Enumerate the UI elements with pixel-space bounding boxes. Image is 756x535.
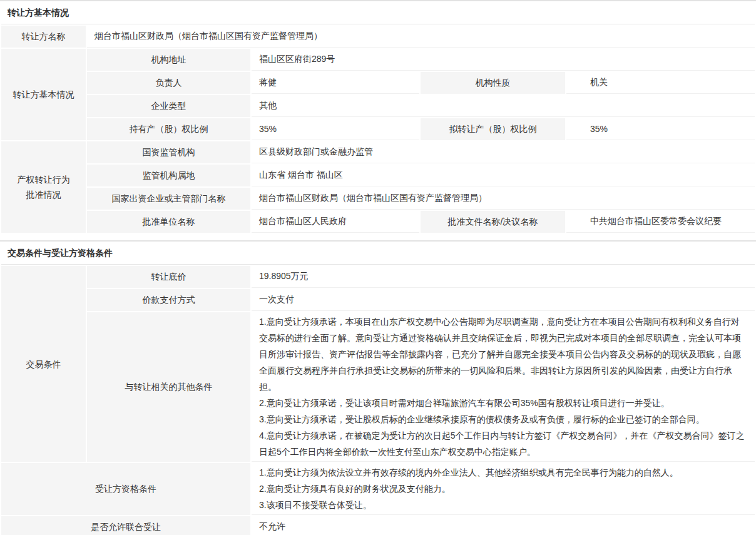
value-transferor-name: 烟台市福山区财政局（烟台市福山区国有资产监督管理局） <box>87 26 755 48</box>
label-person-in-charge: 负责人 <box>87 72 250 94</box>
label-approval-unit: 批准单位名称 <box>87 211 250 233</box>
table-row: 转让方名称 烟台市福山区财政局（烟台市福山区国有资产监督管理局） <box>1 26 755 48</box>
group-label-line1: 产权转让行为 <box>5 172 82 187</box>
value-transferee-qualifications: 1.意向受让方须为依法设立并有效存续的境内外企业法人、其他经济组织或具有完全民事… <box>252 463 755 515</box>
value-held-equity-ratio: 35% <box>252 118 419 140</box>
condition-paragraph-2: 2.意向受让方须承诺，受让该项目时需对烟台祥瑞旅游汽车有限公司35%国有股权转让… <box>259 395 747 411</box>
table-row: 企业类型 其他 <box>1 95 755 117</box>
qualification-paragraph-2: 2.意向受让方须具有良好的财务状况及支付能力。 <box>259 481 747 497</box>
section-title-transferor: 转让方基本情况 <box>1 3 755 24</box>
table-row: 产权转让行为 批准情况 国资监管机构 区县级财政部门或金融办监管 <box>1 141 755 163</box>
value-payment-method: 一次支付 <box>252 289 755 311</box>
label-other-transfer-conditions: 与转让相关的其他条件 <box>87 312 250 462</box>
transaction-conditions-table: 交易条件与受让方资格条件 交易条件 转让底价 19.8905万元 价款支付方式 … <box>0 240 756 535</box>
section-title-transaction: 交易条件与受让方资格条件 <box>1 243 755 265</box>
table-row: 国家出资企业或主管部门名称 烟台市福山区财政局（烟台市福山区国有资产监督管理局） <box>1 188 755 210</box>
table-row: 持有产（股）权比例 35% 拟转让产（股）权比例 35% <box>1 118 755 140</box>
value-sasac-regulator: 区县级财政部门或金融办监管 <box>252 141 755 163</box>
section-header-row: 转让方基本情况 <box>1 3 755 24</box>
label-transferor-name: 转让方名称 <box>1 26 86 48</box>
transferor-info-table: 转让方基本情况 转让方名称 烟台市福山区财政局（烟台市福山区国有资产监督管理局）… <box>0 0 756 234</box>
table-row: 受让方资格条件 1.意向受让方须为依法设立并有效存续的境内外企业法人、其他经济组… <box>1 463 755 515</box>
table-row: 价款支付方式 一次支付 <box>1 289 755 311</box>
section-header-row: 交易条件与受让方资格条件 <box>1 243 755 265</box>
value-floor-price: 19.8905万元 <box>252 266 755 288</box>
label-org-nature: 机构性质 <box>421 72 565 94</box>
label-regulator-region: 监管机构属地 <box>87 165 250 186</box>
qualification-paragraph-1: 1.意向受让方须为依法设立并有效存续的境内外企业法人、其他经济组织或具有完全民事… <box>259 464 747 481</box>
value-approval-unit: 烟台市福山区人民政府 <box>252 211 419 233</box>
label-org-address: 机构地址 <box>87 49 250 71</box>
table-row: 转让方基本情况 机构地址 福山区区府街289号 <box>1 49 755 71</box>
value-org-nature: 机关 <box>566 72 755 94</box>
condition-paragraph-1: 1.意向受让方须承诺，本项目在山东产权交易中心公告期即为尽职调查期，意向受让方在… <box>259 313 747 395</box>
value-person-in-charge: 蒋健 <box>252 72 419 94</box>
value-org-address: 福山区区府街289号 <box>252 49 755 71</box>
label-state-funded-enterprise: 国家出资企业或主管部门名称 <box>87 188 250 210</box>
group-label-basic-info: 转让方基本情况 <box>1 49 86 140</box>
group-label-line2: 批准情况 <box>5 187 82 202</box>
table-row: 监管机构属地 山东省 烟台市 福山区 <box>1 165 755 186</box>
condition-paragraph-4: 4.意向受让方须承诺，在被确定为受让方的次日起5个工作日内与转让方签订《产权交易… <box>259 427 747 460</box>
label-joint-transfer-allowed: 是否允许联合受让 <box>1 516 250 535</box>
table-row: 负责人 蒋健 机构性质 机关 <box>1 72 755 94</box>
table-row: 与转让相关的其他条件 1.意向受让方须承诺，本项目在山东产权交易中心公告期即为尽… <box>1 312 755 462</box>
table-row: 批准单位名称 烟台市福山区人民政府 批准文件名称/决议名称 中共烟台市福山区委常… <box>1 211 755 233</box>
value-enterprise-type: 其他 <box>252 95 755 117</box>
label-approval-document: 批准文件名称/决议名称 <box>421 211 565 233</box>
label-sasac-regulator: 国资监管机构 <box>87 141 250 163</box>
value-joint-transfer-allowed: 不允许 <box>252 516 755 535</box>
label-transfer-equity-ratio: 拟转让产（股）权比例 <box>421 118 565 140</box>
value-transfer-equity-ratio: 35% <box>566 118 755 140</box>
qualification-paragraph-3: 3.该项目不接受联合体受让。 <box>259 497 747 513</box>
table-row: 交易条件 转让底价 19.8905万元 <box>1 266 755 288</box>
label-floor-price: 转让底价 <box>87 266 250 288</box>
value-state-funded-enterprise: 烟台市福山区财政局（烟台市福山区国有资产监督管理局） <box>252 188 755 210</box>
label-payment-method: 价款支付方式 <box>87 289 250 311</box>
label-held-equity-ratio: 持有产（股）权比例 <box>87 118 250 140</box>
group-label-transaction-conditions: 交易条件 <box>1 266 86 462</box>
table-row: 是否允许联合受让 不允许 <box>1 516 755 535</box>
label-transferee-qualifications: 受让方资格条件 <box>1 463 250 515</box>
value-approval-document: 中共烟台市福山区委常委会议纪要 <box>566 211 755 233</box>
value-other-transfer-conditions: 1.意向受让方须承诺，本项目在山东产权交易中心公告期即为尽职调查期，意向受让方在… <box>252 312 755 462</box>
value-regulator-region: 山东省 烟台市 福山区 <box>252 165 755 186</box>
group-label-approval-info: 产权转让行为 批准情况 <box>1 141 86 233</box>
condition-paragraph-3: 3.意向受让方须承诺，受让股权后标的企业继续承接原有的债权债务及或有负债，履行标… <box>259 411 747 427</box>
label-enterprise-type: 企业类型 <box>87 95 250 117</box>
